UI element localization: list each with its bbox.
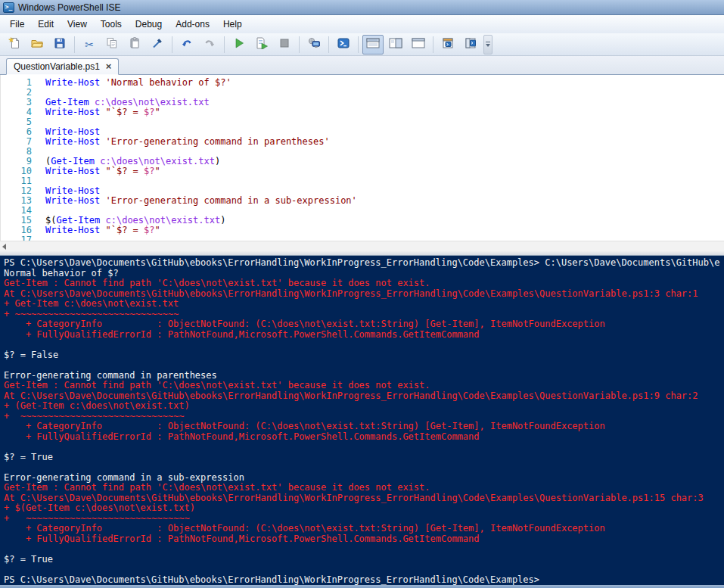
console-error-line: + FullyQualifiedErrorId : PathNotFound,M… <box>4 432 724 443</box>
console-error-line: At C:\Users\Dave\Documents\GitHub\ebooks… <box>4 289 724 300</box>
run-script-button[interactable] <box>228 35 250 54</box>
script-tab-strip: QuestionVariable.ps1 × <box>0 56 724 75</box>
menu-debug[interactable]: Debug <box>129 17 169 32</box>
toolbar: ✂ <box>0 33 724 56</box>
clear-console-pane-icon <box>151 37 163 52</box>
editor-line: 11 <box>3 176 724 186</box>
new-script-icon <box>8 37 20 52</box>
editor-line: 16Write-Host "`$? = $?" <box>3 226 724 235</box>
console-error-line: Get-Item : Cannot find path 'C:\does\not… <box>4 278 724 289</box>
cut-icon: ✂ <box>85 38 94 51</box>
start-powershell-exe-button[interactable] <box>333 35 354 54</box>
console-output-line: Error-generating command in a sub-expres… <box>4 473 724 484</box>
title-bar[interactable]: >_ Windows PowerShell ISE <box>0 0 724 15</box>
menu-addons[interactable]: Add-ons <box>169 17 216 32</box>
show-script-pane-top-button[interactable] <box>362 35 384 54</box>
code-text: Write-Host <box>32 185 100 196</box>
console-output-line <box>4 340 724 350</box>
code-text: Write-Host "`$? = $?" <box>32 166 160 176</box>
undo-icon <box>181 37 193 52</box>
editor-line: 1Write-Host 'Normal behavior of $?' <box>3 78 724 88</box>
console-output-line <box>4 442 724 453</box>
code-text: Write-Host 'Error-generating command in … <box>32 195 357 206</box>
open-script-button[interactable] <box>26 35 48 54</box>
save-button[interactable] <box>49 35 70 54</box>
run-selection-button[interactable] <box>251 35 272 54</box>
script-tab[interactable]: QuestionVariable.ps1 × <box>6 58 119 75</box>
new-script-button[interactable] <box>4 35 25 54</box>
show-script-pane-top-icon <box>366 37 380 52</box>
console-error-line: + CategoryInfo : ObjectNotFound: (C:\doe… <box>4 422 724 432</box>
chevron-down-icon <box>486 44 490 47</box>
copy-button[interactable] <box>101 35 123 54</box>
editor-horizontal-scrollbar[interactable] <box>0 241 724 251</box>
console-error-line: + ~~~~~~~~~~~~~~~~~~~~~~~~~~~~~~ <box>4 412 724 422</box>
undo-button[interactable] <box>176 35 197 54</box>
console-error-line: Get-Item : Cannot find path 'C:\does\not… <box>4 381 724 391</box>
new-remote-powershell-tab-button[interactable] <box>303 35 325 54</box>
redo-icon <box>204 37 216 52</box>
stop-operation-icon <box>278 37 291 52</box>
new-remote-powershell-tab-icon <box>308 37 320 52</box>
copy-icon <box>106 37 118 52</box>
open-script-icon <box>31 37 43 52</box>
stop-operation-button[interactable] <box>274 35 295 54</box>
window-bottom-edge <box>0 585 724 588</box>
clear-console-pane-button[interactable] <box>147 35 168 54</box>
redo-button[interactable] <box>199 35 220 54</box>
toolbar-overflow-button[interactable] <box>483 35 493 54</box>
code-text: Write-Host <box>32 126 100 137</box>
menu-help[interactable]: Help <box>216 17 249 32</box>
code-text: (Get-Item c:\does\not\exist.txt) <box>32 156 220 166</box>
paste-button[interactable] <box>124 35 145 54</box>
code-text: Get-Item c:\does\not\exist.txt <box>32 97 210 107</box>
close-tab-icon[interactable]: × <box>106 62 112 71</box>
editor-line: 5 <box>3 117 724 127</box>
close-powershell-tab-icon <box>465 37 477 52</box>
code-text <box>32 235 45 241</box>
powershell-app-icon: >_ <box>3 2 14 13</box>
show-script-pane-maximized-button[interactable] <box>408 35 429 54</box>
code-text <box>32 146 45 157</box>
code-text: Write-Host "`$? = $?" <box>32 107 160 117</box>
scroll-left-arrow-icon[interactable] <box>2 244 6 250</box>
console-error-line: + (Get-Item c:\does\not\exist.txt) <box>4 401 724 412</box>
run-script-icon <box>233 37 245 52</box>
code-text: Write-Host "`$? = $?" <box>32 225 160 235</box>
code-text <box>32 117 45 127</box>
console-pane[interactable]: PS C:\Users\Dave\Documents\GitHub\ebooks… <box>0 256 724 585</box>
run-selection-icon <box>256 37 268 52</box>
menu-view[interactable]: View <box>61 17 94 32</box>
close-powershell-tab-button[interactable] <box>460 35 481 54</box>
paste-icon <box>129 37 141 52</box>
toolbar-separator <box>358 36 359 53</box>
menu-tools[interactable]: Tools <box>94 17 129 32</box>
console-output-line <box>4 544 724 555</box>
menu-file[interactable]: File <box>3 17 31 32</box>
menu-edit[interactable]: Edit <box>31 17 61 32</box>
console-error-line: + $(Get-Item c:\does\not\exist.txt) <box>4 503 724 514</box>
script-tab-label: QuestionVariable.ps1 <box>14 61 100 72</box>
code-text <box>32 205 45 216</box>
show-script-pane-right-button[interactable] <box>385 35 406 54</box>
powershell-ise-window: >_ Windows PowerShell ISE FileEditViewTo… <box>0 0 724 588</box>
console-output-line <box>4 360 724 371</box>
console-error-line: + ~~~~~~~~~~~~~~~~~~~~~~~~~~~~~~ <box>4 514 724 524</box>
console-output-line: $? = False <box>4 350 724 361</box>
code-text <box>32 87 45 98</box>
script-editor-pane[interactable]: 1Write-Host 'Normal behavior of $?'23Get… <box>0 75 724 241</box>
toolbar-separator <box>74 36 75 53</box>
console-error-line: At C:\Users\Dave\Documents\GitHub\ebooks… <box>4 391 724 402</box>
console-error-line: + FullyQualifiedErrorId : PathNotFound,M… <box>4 534 724 545</box>
console-error-line: + CategoryInfo : ObjectNotFound: (C:\doe… <box>4 319 724 330</box>
console-error-line: + CategoryInfo : ObjectNotFound: (C:\doe… <box>4 524 724 534</box>
console-error-line: + FullyQualifiedErrorId : PathNotFound,M… <box>4 330 724 341</box>
cut-button[interactable]: ✂ <box>79 35 100 54</box>
editor-line: 13Write-Host 'Error-generating command i… <box>3 196 724 206</box>
new-powershell-tab-button[interactable] <box>437 35 458 54</box>
menu-bar: FileEditViewToolsDebugAdd-onsHelp <box>0 15 724 33</box>
console-error-line: Get-Item : Cannot find path 'C:\does\not… <box>4 483 724 493</box>
console-output-line <box>4 565 724 575</box>
start-powershell-exe-icon <box>337 37 350 52</box>
code-text: Write-Host 'Error-generating command in … <box>32 136 330 147</box>
